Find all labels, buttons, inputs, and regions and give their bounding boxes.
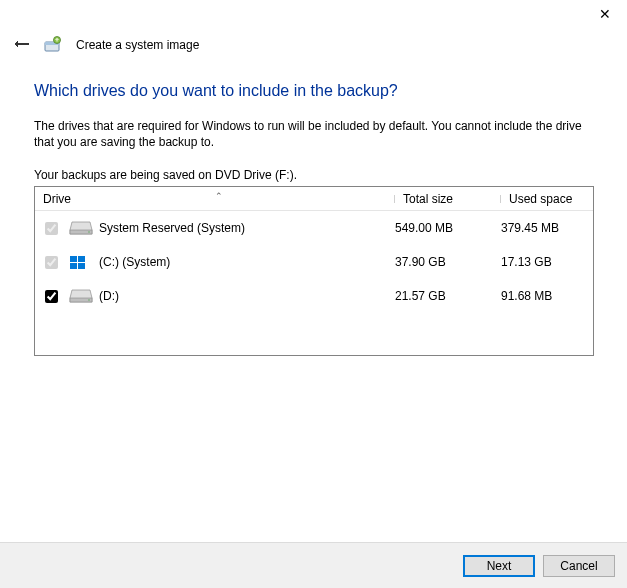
drive-name: (C:) (System) xyxy=(99,255,170,269)
table-row[interactable]: (C:) (System)37.90 GB17.13 GB xyxy=(35,245,593,279)
cell-drive: System Reserved (System) xyxy=(35,219,395,238)
next-button[interactable]: Next xyxy=(463,555,535,577)
close-icon[interactable]: ✕ xyxy=(582,0,627,28)
content-area: Which drives do you want to include in t… xyxy=(0,54,627,356)
page-heading: Which drives do you want to include in t… xyxy=(34,82,593,100)
cancel-button[interactable]: Cancel xyxy=(543,555,615,577)
hard-drive-icon xyxy=(69,220,91,236)
page-description: The drives that are required for Windows… xyxy=(34,118,593,150)
svg-rect-5 xyxy=(70,256,77,262)
cell-total-size: 549.00 MB xyxy=(395,221,501,235)
drive-name: System Reserved (System) xyxy=(99,221,245,235)
windows-logo-icon xyxy=(69,254,91,270)
table-header: Drive ⌃ Total size Used space xyxy=(35,187,593,211)
table-row[interactable]: (D:)21.57 GB91.68 MB xyxy=(35,279,593,313)
cell-used-space: 91.68 MB xyxy=(501,289,593,303)
svg-point-10 xyxy=(88,300,90,302)
header-row: 🠔 Create a system image xyxy=(0,30,627,54)
svg-rect-6 xyxy=(78,256,85,262)
cell-drive: (C:) (System) xyxy=(35,253,395,272)
cell-used-space: 17.13 GB xyxy=(501,255,593,269)
cell-total-size: 21.57 GB xyxy=(395,289,501,303)
col-header-used[interactable]: Used space xyxy=(501,192,593,206)
back-arrow-icon[interactable]: 🠔 xyxy=(14,36,30,54)
col-header-drive-label: Drive xyxy=(43,192,71,206)
drive-checkbox xyxy=(45,256,58,269)
titlebar: ✕ xyxy=(0,0,627,30)
svg-rect-8 xyxy=(78,263,85,269)
col-header-total[interactable]: Total size xyxy=(395,192,501,206)
col-header-drive[interactable]: Drive ⌃ xyxy=(35,192,395,206)
window-title: Create a system image xyxy=(76,38,199,52)
svg-point-4 xyxy=(88,232,90,234)
drives-table: Drive ⌃ Total size Used space System Res… xyxy=(34,186,594,356)
svg-rect-7 xyxy=(70,263,77,269)
drive-checkbox xyxy=(45,222,58,235)
hard-drive-icon xyxy=(69,288,91,304)
cell-used-space: 379.45 MB xyxy=(501,221,593,235)
save-location-text: Your backups are being saved on DVD Driv… xyxy=(34,168,593,182)
drive-checkbox[interactable] xyxy=(45,290,58,303)
cell-total-size: 37.90 GB xyxy=(395,255,501,269)
app-icon xyxy=(44,36,62,54)
footer: Next Cancel xyxy=(0,542,627,588)
cell-drive: (D:) xyxy=(35,287,395,306)
table-row[interactable]: System Reserved (System)549.00 MB379.45 … xyxy=(35,211,593,245)
table-body: System Reserved (System)549.00 MB379.45 … xyxy=(35,211,593,313)
drive-name: (D:) xyxy=(99,289,119,303)
sort-indicator-icon: ⌃ xyxy=(215,191,223,201)
